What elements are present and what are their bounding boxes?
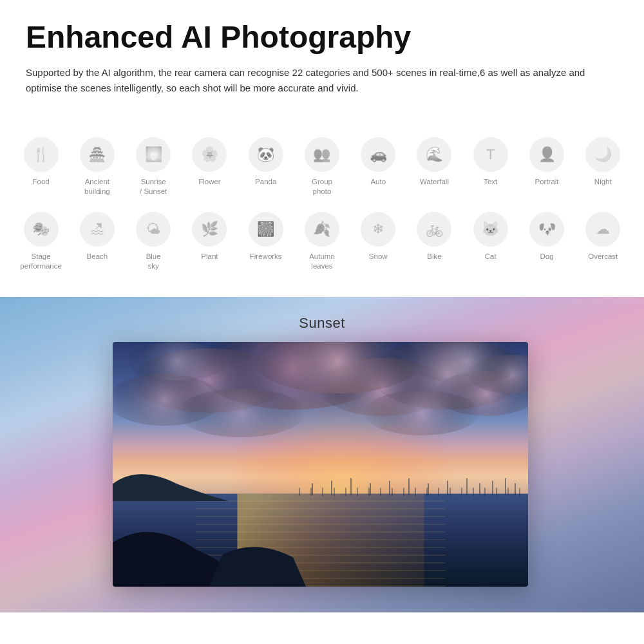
auto-label: Auto: [370, 177, 386, 187]
auto-icon: 🚗: [361, 137, 395, 172]
autumn-leaves-icon: 🍂: [305, 212, 339, 247]
category-item-dog[interactable]: 🐶Dog: [518, 207, 574, 276]
category-item-panda[interactable]: 🐼Panda: [238, 132, 294, 202]
night-icon: 🌙: [585, 137, 620, 172]
sunrise-sunset-icon: 🌅: [136, 137, 171, 172]
category-item-blue-sky[interactable]: 🌤Blue sky: [126, 207, 182, 276]
cat-label: Cat: [485, 252, 497, 261]
dog-label: Dog: [540, 252, 553, 261]
text-label: Text: [484, 177, 497, 187]
portrait-label: Portrait: [535, 177, 558, 187]
category-item-beach[interactable]: 🏖Beach: [69, 207, 125, 276]
stage-performance-icon: 🎭: [24, 212, 59, 247]
bike-icon: 🚲: [417, 212, 451, 247]
category-item-flower[interactable]: 🌸Flower: [182, 132, 238, 202]
plant-icon: 🌿: [192, 212, 227, 247]
text-icon: T: [473, 137, 508, 172]
page-description: Supported by the AI algorithm, the rear …: [26, 65, 618, 96]
group-photo-icon: 👥: [305, 137, 339, 172]
flower-label: Flower: [198, 177, 221, 187]
fireworks-icon: 🎆: [249, 212, 283, 247]
overcast-icon: ☁: [585, 212, 620, 247]
image-section: Sunset: [0, 297, 644, 612]
flower-icon: 🌸: [192, 137, 227, 172]
plant-label: Plant: [201, 252, 218, 261]
group-photo-label: Group photo: [312, 177, 332, 196]
autumn-leaves-label: Autumn leaves: [309, 252, 335, 271]
category-item-stage-performance[interactable]: 🎭Stage performance: [13, 207, 69, 276]
category-item-cat[interactable]: 🐱Cat: [462, 207, 518, 276]
food-icon: 🍴: [24, 137, 59, 172]
portrait-icon: 👤: [529, 137, 564, 172]
category-item-bike[interactable]: 🚲Bike: [406, 207, 462, 276]
panda-label: Panda: [255, 177, 276, 187]
sunrise-sunset-label: Sunrise / Sunset: [140, 177, 167, 196]
category-item-night[interactable]: 🌙Night: [575, 132, 631, 202]
blue-sky-icon: 🌤: [136, 212, 171, 247]
category-item-text[interactable]: TText: [462, 132, 518, 202]
category-item-plant[interactable]: 🌿Plant: [182, 207, 238, 276]
bike-label: Bike: [427, 252, 441, 261]
category-item-portrait[interactable]: 👤Portrait: [518, 132, 574, 202]
overcast-label: Overcast: [588, 252, 618, 261]
category-item-group-photo[interactable]: 👥Group photo: [294, 132, 350, 202]
blue-sky-label: Blue sky: [146, 252, 161, 271]
category-item-ancient-building[interactable]: 🏯Ancient building: [69, 132, 125, 202]
snow-label: Snow: [369, 252, 388, 261]
sunset-label: Sunset: [299, 315, 345, 332]
category-item-sunrise-sunset[interactable]: 🌅Sunrise / Sunset: [126, 132, 182, 202]
food-label: Food: [33, 177, 50, 187]
beach-label: Beach: [87, 252, 108, 261]
category-item-overcast[interactable]: ☁Overcast: [575, 207, 631, 276]
main-image-frame: [113, 342, 528, 587]
stage-performance-label: Stage performance: [20, 252, 62, 271]
page-title: Enhanced AI Photography: [26, 21, 618, 55]
category-item-autumn-leaves[interactable]: 🍂Autumn leaves: [294, 207, 350, 276]
dog-icon: 🐶: [529, 212, 564, 247]
waterfall-icon: 🌊: [417, 137, 451, 172]
ancient-building-label: Ancient building: [84, 177, 110, 196]
beach-icon: 🏖: [80, 212, 115, 247]
ancient-building-icon: 🏯: [80, 137, 115, 172]
cat-icon: 🐱: [473, 212, 508, 247]
fireworks-label: Fireworks: [250, 252, 282, 261]
night-label: Night: [594, 177, 612, 187]
category-row-1: 🍴Food🏯Ancient building🌅Sunrise / Sunset🌸…: [13, 132, 631, 202]
snow-icon: ❄: [361, 212, 395, 247]
category-item-snow[interactable]: ❄Snow: [350, 207, 406, 276]
category-item-waterfall[interactable]: 🌊Waterfall: [406, 132, 462, 202]
panda-icon: 🐼: [249, 137, 283, 172]
waterfall-label: Waterfall: [420, 177, 449, 187]
category-item-auto[interactable]: 🚗Auto: [350, 132, 406, 202]
top-section: Enhanced AI Photography Supported by the…: [0, 0, 644, 132]
category-item-food[interactable]: 🍴Food: [13, 132, 69, 202]
category-item-fireworks[interactable]: 🎆Fireworks: [238, 207, 294, 276]
category-row-2: 🎭Stage performance🏖Beach🌤Blue sky🌿Plant🎆…: [13, 207, 631, 276]
categories-section: 🍴Food🏯Ancient building🌅Sunrise / Sunset🌸…: [0, 132, 644, 297]
sunset-canvas: [113, 342, 528, 587]
